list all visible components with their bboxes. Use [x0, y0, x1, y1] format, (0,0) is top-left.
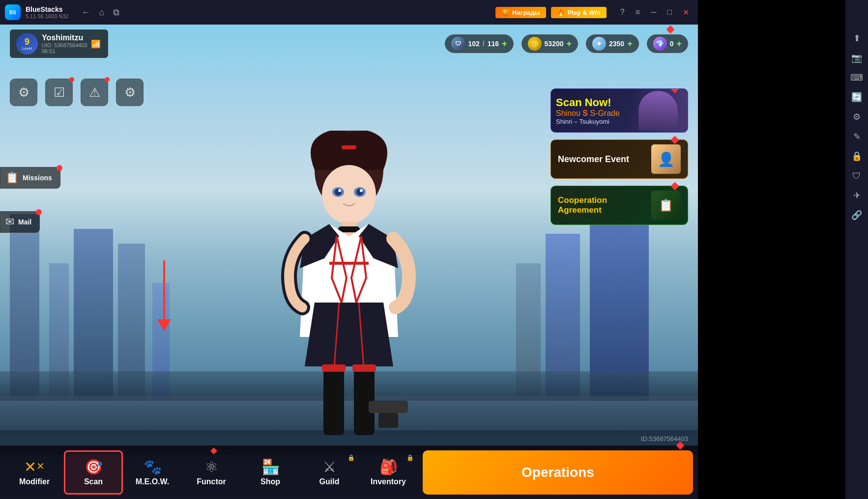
- warning-button[interactable]: ⚠: [81, 79, 108, 106]
- mail-icon: ✉: [5, 216, 14, 228]
- guild-nav-item[interactable]: 🔒 ⚔ Guild: [300, 450, 359, 495]
- gold-amount: 53200: [545, 40, 564, 48]
- premium-icon: 💎: [653, 37, 667, 51]
- left-top-buttons: ⚙ ☑ ⚠ ⚙: [10, 79, 144, 106]
- missions-menu-icon: 📋: [5, 171, 19, 184]
- app-version: 5.11.56.1003 N32: [26, 13, 68, 19]
- svg-rect-10: [338, 226, 360, 232]
- inventory-nav-item[interactable]: 🔒 🎒 Inventory: [359, 450, 418, 495]
- equipment-icon: ⚙: [124, 85, 136, 100]
- play-win-button[interactable]: 🔥 Play & Win: [551, 7, 607, 18]
- guild-label: Guild: [319, 477, 340, 486]
- inventory-lock-icon: 🔒: [406, 454, 414, 461]
- operations-label: Operations: [521, 465, 594, 480]
- modifier-nav-item[interactable]: ✕✕ Modifier: [5, 450, 64, 495]
- gold-plus[interactable]: +: [567, 39, 572, 49]
- premium-amount: 0: [670, 40, 674, 48]
- shop-nav-item[interactable]: 🏪 Shop: [241, 450, 300, 495]
- missions-dot: [57, 165, 62, 171]
- maximize-button[interactable]: □: [663, 7, 676, 18]
- mail-menu-item[interactable]: ✉ Mail: [0, 211, 40, 233]
- functor-nav-item[interactable]: ⚛ Functor: [182, 450, 241, 495]
- wifi-icon: 📶: [91, 39, 101, 49]
- guild-lock-icon: 🔒: [347, 454, 355, 461]
- rewards-button[interactable]: 🏆 Награды: [495, 7, 546, 18]
- premium-resource: 💎 0 +: [647, 34, 688, 53]
- restore-button[interactable]: ⧉: [110, 6, 122, 19]
- functor-icon: ⚛: [205, 458, 218, 475]
- missions-button[interactable]: ☑: [45, 79, 73, 106]
- top-hud: 9 Level Yoshimitzu UID: 53687564403 06:5…: [0, 29, 698, 58]
- premium-plus[interactable]: +: [676, 39, 682, 49]
- sidebar-shield-icon[interactable]: 🛡: [848, 167, 866, 185]
- banner-diamond-2: [671, 136, 679, 144]
- cooperation-banner[interactable]: Cooperation Agreement 📋: [550, 186, 688, 225]
- stamina-resource: 🛡 102 / 116 +: [445, 34, 513, 53]
- modifier-icon: ✕✕: [24, 458, 45, 475]
- scan-nav-item[interactable]: 🎯 Scan: [64, 450, 123, 495]
- back-button[interactable]: ←: [78, 6, 93, 19]
- svg-rect-17: [369, 401, 408, 413]
- sidebar-flight-icon[interactable]: ✈: [848, 187, 866, 204]
- window-controls: ? ≡ ─ □ ✕: [616, 7, 693, 18]
- sidebar-link-icon[interactable]: 🔗: [848, 206, 866, 224]
- mail-menu: ✉ Mail: [0, 211, 40, 237]
- settings-button[interactable]: ⚙: [10, 79, 37, 106]
- bottom-nav: ✕✕ Modifier 🎯 Scan 🐾 M.E.O.W. ⚛ Functor …: [0, 445, 698, 499]
- minimize-button[interactable]: ─: [647, 7, 660, 18]
- meow-label: M.E.O.W.: [136, 477, 169, 486]
- sidebar-edit-icon[interactable]: ✎: [848, 128, 866, 145]
- id-display: ID:53687564403: [641, 435, 688, 443]
- meow-icon: 🐾: [144, 458, 162, 475]
- menu-button[interactable]: ≡: [632, 7, 644, 18]
- bluestacks-logo: BS: [5, 4, 21, 20]
- stamina-plus[interactable]: +: [502, 39, 507, 49]
- player-uid: UID: 53687564403: [42, 42, 87, 48]
- side-menu: 📋 Missions: [0, 167, 60, 193]
- player-time: 06:51: [42, 48, 87, 54]
- help-button[interactable]: ?: [616, 7, 629, 18]
- close-button[interactable]: ✕: [679, 7, 693, 18]
- newcomer-event-banner[interactable]: Newcomer Event 👤: [550, 139, 688, 179]
- gold-resource: 🪙 53200 +: [521, 34, 578, 53]
- nav-buttons: ← ⌂ ⧉: [78, 6, 122, 19]
- home-button[interactable]: ⌂: [96, 6, 107, 19]
- newcomer-icon: 👤: [651, 144, 681, 174]
- character-display: [265, 131, 433, 445]
- svg-point-7: [338, 189, 341, 192]
- scan-icon: 🎯: [85, 458, 103, 475]
- inventory-icon: 🎒: [379, 458, 398, 475]
- player-card[interactable]: 9 Level Yoshimitzu UID: 53687564403 06:5…: [10, 29, 108, 58]
- equipment-button[interactable]: ⚙: [116, 79, 144, 106]
- sidebar-refresh-icon[interactable]: 🔄: [848, 88, 866, 106]
- stamina-max: 116: [488, 40, 499, 48]
- warning-icon: ⚠: [89, 85, 100, 100]
- svg-rect-16: [352, 364, 376, 372]
- game-viewport: 9 Level Yoshimitzu UID: 53687564403 06:5…: [0, 25, 698, 499]
- scan-grade: Shinou S S-Grade: [556, 109, 620, 118]
- arrow-line: [163, 260, 165, 319]
- banner-diamond-3: [671, 182, 679, 191]
- right-sidebar: ⬆ 📷 ⌨ 🔄 ⚙ ✎ 🔒 🛡 ✈ 🔗: [845, 0, 868, 499]
- svg-rect-18: [378, 413, 398, 428]
- missions-menu-item[interactable]: 📋 Missions: [0, 167, 60, 189]
- stamina-icon: 🛡: [451, 37, 465, 51]
- mail-label: Mail: [18, 218, 31, 226]
- newcomer-title: Newcomer Event: [558, 154, 646, 165]
- sidebar-camera-icon[interactable]: 📷: [848, 49, 866, 67]
- meow-nav-item[interactable]: 🐾 M.E.O.W.: [123, 450, 182, 495]
- sidebar-upload-icon[interactable]: ⬆: [848, 29, 866, 47]
- operations-button[interactable]: Operations: [423, 450, 693, 495]
- scan-now-banner[interactable]: Scan Now! Shinou S S-Grade Shinri – Tsuk…: [550, 88, 688, 133]
- sidebar-keyboard-icon[interactable]: ⌨: [848, 69, 866, 86]
- crystal-plus[interactable]: +: [627, 39, 633, 49]
- svg-rect-15: [322, 364, 346, 372]
- inventory-label: Inventory: [371, 477, 406, 486]
- scan-now-title: Scan Now!: [556, 96, 620, 109]
- sidebar-lock-icon[interactable]: 🔒: [848, 147, 866, 165]
- shop-icon: 🏪: [261, 458, 280, 475]
- functor-label: Functor: [197, 477, 226, 486]
- checklist-icon: ☑: [54, 85, 65, 100]
- sidebar-settings-icon[interactable]: ⚙: [848, 108, 866, 126]
- stamina-current: 102: [468, 40, 479, 48]
